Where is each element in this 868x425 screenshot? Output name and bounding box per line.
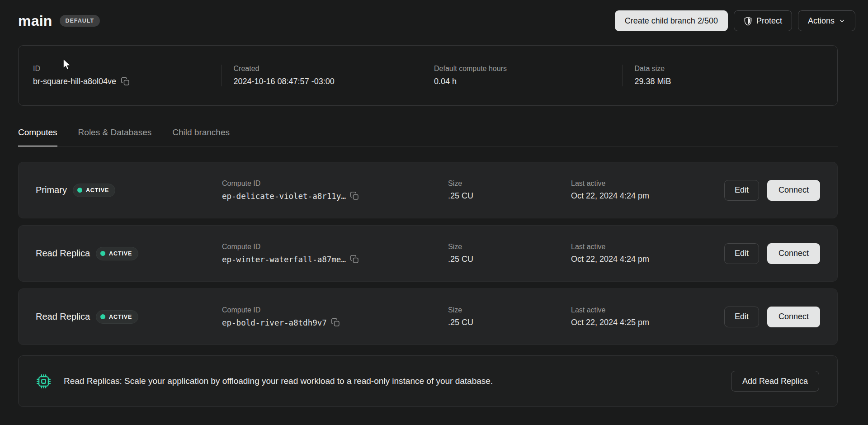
size-header: Size <box>448 306 571 314</box>
tabs: Computes Roles & Databases Child branche… <box>18 128 838 146</box>
size-value: .25 CU <box>448 318 571 327</box>
field-label: Created <box>234 65 415 73</box>
status-label: ACTIVE <box>86 187 109 194</box>
connect-button[interactable]: Connect <box>767 307 820 327</box>
detail-field-compute-hours: Default compute hours 0.04 h <box>422 65 623 86</box>
actions-button[interactable]: Actions <box>798 10 855 31</box>
page-title: main <box>18 13 52 29</box>
status-dot-icon <box>77 188 82 193</box>
protect-button[interactable]: Protect <box>734 10 792 31</box>
compute-row: Read Replica ACTIVE Compute ID ep-bold-r… <box>18 288 838 345</box>
branch-details-card: ID br-square-hill-a8ol04ve Created 2024-… <box>18 45 838 106</box>
branch-page: main DEFAULT Create child branch 2/500 P… <box>0 0 868 407</box>
compute-id-col: Compute ID ep-bold-river-a8tdh9v7 <box>222 306 448 327</box>
compute-name-col: Read Replica ACTIVE <box>36 310 222 324</box>
compute-name: Primary <box>36 185 67 195</box>
detail-field-created: Created 2024-10-16 08:47:57 -03:00 <box>222 65 422 86</box>
title-wrap: main DEFAULT <box>18 13 100 29</box>
copy-icon[interactable] <box>350 191 359 201</box>
branch-id-value: br-square-hill-a8ol04ve <box>33 77 116 86</box>
edit-button[interactable]: Edit <box>724 307 759 327</box>
field-label: Default compute hours <box>434 65 615 73</box>
actions-label: Actions <box>808 16 835 26</box>
last-active-value: Oct 22, 2024 4:24 pm <box>571 191 724 201</box>
detail-field-id: ID br-square-hill-a8ol04ve <box>33 65 222 86</box>
add-read-replica-button[interactable]: Add Read Replica <box>731 371 819 392</box>
copy-icon[interactable] <box>350 255 359 264</box>
compute-id-header: Compute ID <box>222 243 448 251</box>
create-child-branch-button[interactable]: Create child branch 2/500 <box>615 10 728 31</box>
compute-name: Read Replica <box>36 248 90 259</box>
copy-icon[interactable] <box>331 318 340 327</box>
size-header: Size <box>448 179 571 188</box>
row-actions: Edit Connect <box>724 243 820 264</box>
compute-name-col: Read Replica ACTIVE <box>36 247 222 260</box>
size-header: Size <box>448 243 571 251</box>
compute-name: Read Replica <box>36 312 90 322</box>
size-value: .25 CU <box>448 191 571 201</box>
tab-computes[interactable]: Computes <box>18 128 57 146</box>
status-badge: ACTIVE <box>96 310 138 324</box>
status-label: ACTIVE <box>109 250 132 257</box>
default-badge: DEFAULT <box>60 15 100 27</box>
tab-child-branches[interactable]: Child branches <box>172 128 230 146</box>
status-badge: ACTIVE <box>73 184 115 197</box>
size-value: .25 CU <box>448 255 571 264</box>
compute-id-col: Compute ID ep-winter-waterfall-a87me… <box>222 243 448 264</box>
last-active-value: Oct 22, 2024 4:24 pm <box>571 255 724 264</box>
status-label: ACTIVE <box>109 314 132 320</box>
created-value: 2024-10-16 08:47:57 -03:00 <box>234 77 415 86</box>
last-active-header: Last active <box>571 179 724 188</box>
size-col: Size .25 CU <box>448 179 571 201</box>
compute-id-col: Compute ID ep-delicate-violet-a8r11y… <box>222 179 448 201</box>
compute-id-header: Compute ID <box>222 179 448 188</box>
compute-row: Primary ACTIVE Compute ID ep-delicate-vi… <box>18 162 838 218</box>
read-replica-banner: Read Replicas: Scale your application by… <box>18 355 838 407</box>
branch-header: main DEFAULT Create child branch 2/500 P… <box>18 0 855 32</box>
chevron-down-icon <box>839 18 845 24</box>
last-active-header: Last active <box>571 243 724 251</box>
compute-id-header: Compute ID <box>222 306 448 314</box>
compute-rows: Primary ACTIVE Compute ID ep-delicate-vi… <box>18 162 838 345</box>
detail-field-data-size: Data size 29.38 MiB <box>623 65 823 86</box>
header-actions: Create child branch 2/500 Protect Action… <box>615 10 855 31</box>
protect-label: Protect <box>756 16 782 26</box>
chip-icon <box>35 373 52 390</box>
last-active-col: Last active Oct 22, 2024 4:25 pm <box>571 306 724 327</box>
data-size-value: 29.38 MiB <box>635 77 816 86</box>
compute-id-value: ep-winter-waterfall-a87me… <box>222 255 346 264</box>
row-actions: Edit Connect <box>724 180 820 201</box>
banner-text: Read Replicas: Scale your application by… <box>64 376 719 386</box>
last-active-col: Last active Oct 22, 2024 4:24 pm <box>571 179 724 201</box>
tab-roles-databases[interactable]: Roles & Databases <box>78 128 152 146</box>
status-badge: ACTIVE <box>96 247 138 260</box>
compute-hours-value: 0.04 h <box>434 77 615 86</box>
edit-button[interactable]: Edit <box>724 243 759 264</box>
last-active-col: Last active Oct 22, 2024 4:24 pm <box>571 243 724 264</box>
compute-row: Read Replica ACTIVE Compute ID ep-winter… <box>18 225 838 282</box>
shield-icon <box>744 16 752 26</box>
copy-icon[interactable] <box>121 77 130 86</box>
last-active-header: Last active <box>571 306 724 314</box>
connect-button[interactable]: Connect <box>767 243 820 264</box>
field-label: Data size <box>635 65 816 73</box>
status-dot-icon <box>100 314 105 319</box>
size-col: Size .25 CU <box>448 306 571 327</box>
connect-button[interactable]: Connect <box>767 180 820 201</box>
status-dot-icon <box>100 251 105 256</box>
size-col: Size .25 CU <box>448 243 571 264</box>
row-actions: Edit Connect <box>724 307 820 327</box>
compute-name-col: Primary ACTIVE <box>36 184 222 197</box>
edit-button[interactable]: Edit <box>724 180 759 201</box>
compute-id-value: ep-bold-river-a8tdh9v7 <box>222 318 327 327</box>
field-label: ID <box>33 65 214 73</box>
compute-id-value: ep-delicate-violet-a8r11y… <box>222 192 346 201</box>
last-active-value: Oct 22, 2024 4:25 pm <box>571 318 724 327</box>
